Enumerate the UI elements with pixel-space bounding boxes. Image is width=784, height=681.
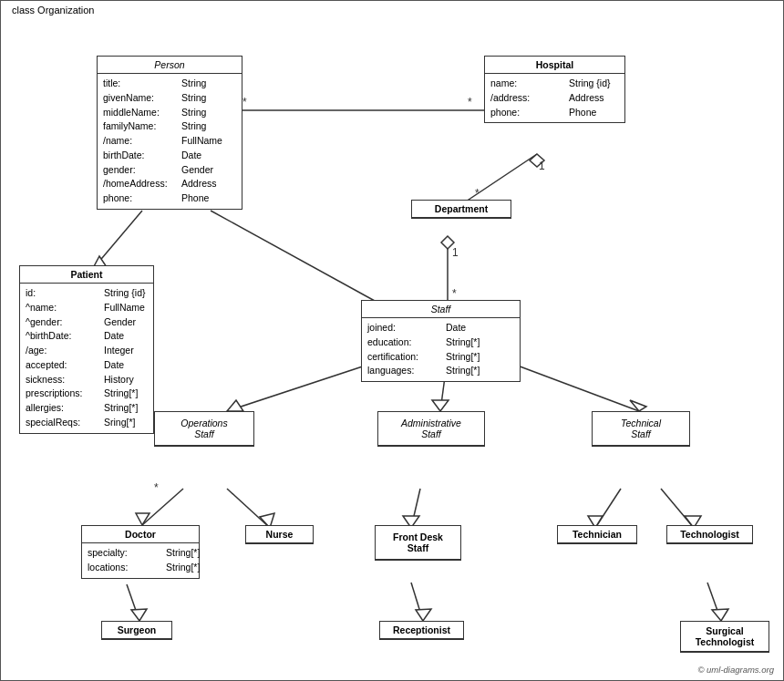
hospital-class: Hospital name:String {id} /address:Addre… [484, 56, 625, 123]
technician-header: Technician [558, 526, 636, 543]
uml-diagram: class Organization * 1 1 * * * [0, 0, 784, 681]
administrative-staff-class: AdministrativeStaff [377, 411, 485, 447]
svg-line-35 [707, 583, 721, 621]
svg-line-21 [142, 489, 183, 525]
nurse-header: Nurse [246, 526, 313, 543]
department-header: Department [412, 201, 511, 218]
patient-body: id:String {id} ^name:FullName ^gender:Ge… [20, 284, 153, 433]
surgical-technologist-class: SurgicalTechnologist [680, 621, 769, 653]
svg-line-10 [211, 211, 393, 311]
svg-line-33 [411, 583, 423, 621]
svg-marker-22 [136, 513, 150, 525]
svg-marker-36 [712, 609, 728, 621]
svg-line-25 [411, 489, 420, 528]
svg-marker-34 [416, 609, 431, 621]
copyright: © uml-diagrams.org [697, 665, 774, 675]
svg-text:*: * [154, 481, 159, 494]
person-body: title:String givenName:String middleName… [98, 74, 242, 209]
technical-staff-header: TechnicalStaff [593, 412, 689, 446]
svg-line-31 [127, 584, 139, 621]
diagram-title: class Organization [8, 5, 98, 15]
staff-body: joined:Date education:String[*] certific… [362, 318, 520, 381]
svg-marker-16 [227, 400, 243, 411]
technical-staff-class: TechnicalStaff [592, 411, 690, 447]
technologist-header: Technologist [667, 526, 752, 543]
doctor-header: Doctor [82, 526, 199, 543]
front-desk-staff-class: Front DeskStaff [375, 525, 461, 561]
nurse-class: Nurse [245, 525, 314, 544]
staff-header: Staff [362, 301, 520, 318]
staff-class: Staff joined:Date education:String[*] ce… [361, 300, 521, 382]
surgeon-class: Surgeon [101, 621, 172, 640]
administrative-staff-header: AdministrativeStaff [378, 412, 484, 446]
operations-staff-class: OperationsStaff [154, 411, 254, 447]
svg-line-8 [92, 211, 142, 270]
receptionist-class: Receptionist [379, 621, 464, 640]
person-header: Person [98, 57, 242, 74]
svg-line-23 [227, 489, 270, 528]
svg-line-0 [466, 154, 537, 201]
doctor-body: specialty:String[*] locations:String[*] [82, 543, 199, 578]
doctor-class: Doctor specialty:String[*] locations:Str… [81, 525, 200, 579]
technologist-class: Technologist [666, 525, 753, 544]
svg-marker-1 [530, 154, 544, 167]
svg-text:*: * [452, 287, 457, 300]
svg-marker-20 [630, 400, 646, 411]
technician-class: Technician [557, 525, 637, 544]
surgeon-header: Surgeon [102, 622, 171, 639]
person-class: Person title:String givenName:String mid… [97, 56, 242, 210]
patient-header: Patient [20, 266, 153, 284]
svg-marker-18 [432, 400, 449, 411]
svg-text:1: 1 [452, 246, 459, 259]
svg-text:1: 1 [539, 160, 545, 172]
svg-marker-5 [441, 236, 454, 249]
svg-marker-32 [131, 609, 147, 621]
front-desk-staff-header: Front DeskStaff [376, 526, 460, 560]
hospital-header: Hospital [485, 57, 624, 74]
svg-text:*: * [242, 96, 247, 108]
svg-line-27 [595, 489, 621, 528]
svg-text:*: * [475, 187, 480, 200]
svg-line-29 [661, 489, 694, 528]
receptionist-header: Receptionist [380, 622, 463, 639]
patient-class: Patient id:String {id} ^name:FullName ^g… [19, 265, 154, 434]
department-class: Department [411, 200, 511, 219]
operations-staff-header: OperationsStaff [155, 412, 253, 446]
svg-text:*: * [468, 96, 472, 108]
hospital-body: name:String {id} /address:Address phone:… [485, 74, 624, 122]
surgical-technologist-header: SurgicalTechnologist [681, 622, 769, 652]
